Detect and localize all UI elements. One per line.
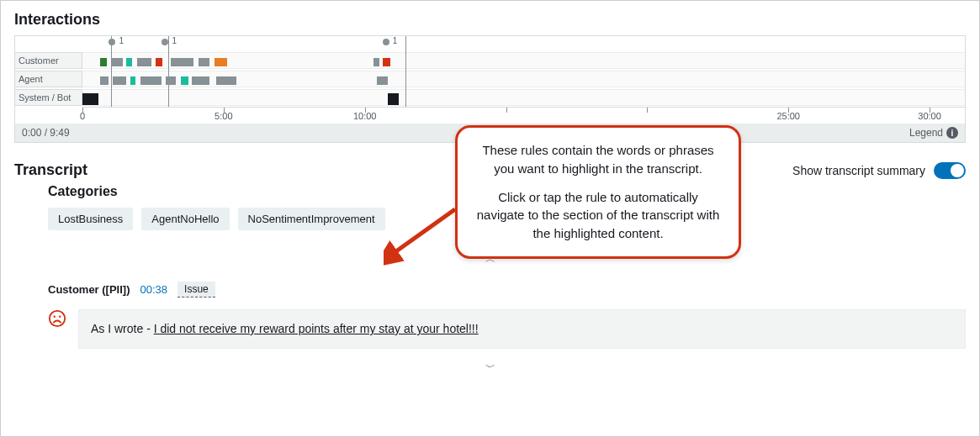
timeline-axis: 0 5:00 10:00 25:00 30:00 — [82, 107, 965, 124]
track-lane-customer[interactable] — [82, 52, 965, 69]
show-summary-label: Show transcript summary — [792, 164, 925, 177]
playtime-text: 0:00 / 9:49 — [22, 127, 70, 139]
svg-point-0 — [50, 311, 65, 326]
svg-line-3 — [390, 209, 455, 255]
show-summary-toggle[interactable] — [934, 162, 966, 179]
category-chip[interactable]: NoSentimentImprovement — [238, 208, 385, 230]
track-lane-agent[interactable] — [82, 71, 965, 87]
category-chip[interactable]: LostBusiness — [48, 208, 133, 230]
annotation-arrow-icon — [384, 201, 459, 268]
interactions-heading: Interactions — [14, 11, 966, 29]
category-chip[interactable]: AgentNoHello — [141, 208, 229, 230]
highlighted-text: I did not receive my reward points after… — [154, 322, 479, 335]
track-label-agent: Agent — [15, 71, 82, 87]
info-icon: i — [946, 127, 958, 139]
timeline-markers-lane: 1 1 1 — [82, 37, 965, 50]
track-label-customer: Customer — [15, 52, 82, 69]
frown-icon — [48, 309, 66, 328]
utterance-timestamp[interactable]: 00:38 — [140, 283, 168, 296]
legend-button[interactable]: Legend i — [909, 127, 958, 139]
svg-point-1 — [54, 316, 56, 318]
utterance-speaker: Customer ([PII]) — [48, 283, 130, 296]
track-label-system: System / Bot — [15, 89, 82, 106]
track-lane-system[interactable] — [82, 89, 965, 106]
annotation-callout: These rules contain the words or phrases… — [455, 125, 741, 259]
issue-badge[interactable]: Issue — [177, 282, 215, 297]
svg-point-2 — [59, 316, 61, 318]
marker-count: 1 — [119, 36, 124, 45]
marker-count: 1 — [172, 36, 177, 45]
marker-count: 1 — [393, 36, 398, 45]
transcript-heading: Transcript — [14, 161, 87, 179]
expand-down-icon[interactable]: ﹀ — [14, 361, 966, 375]
utterance-text: As I wrote - I did not receive my reward… — [78, 309, 966, 349]
